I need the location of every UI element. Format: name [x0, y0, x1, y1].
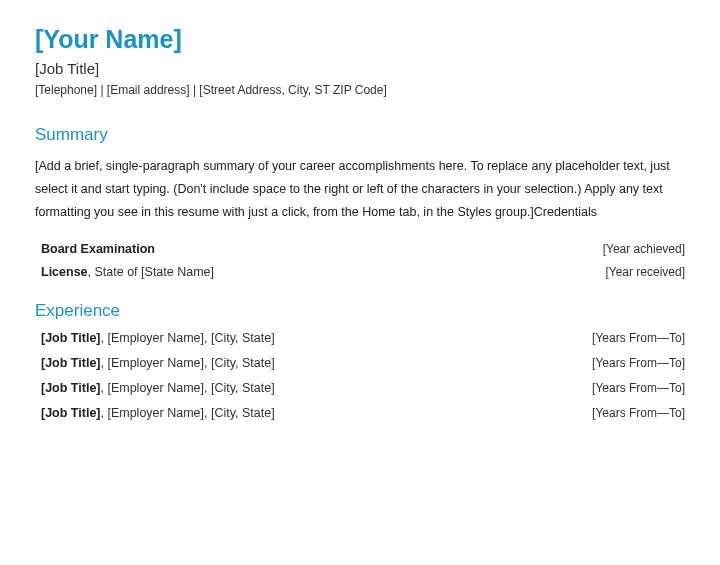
- summary-text: [Add a brief, single-paragraph summary o…: [35, 155, 685, 224]
- summary-heading: Summary: [35, 125, 685, 145]
- experience-row: [Job Title], [Employer Name], [City, Sta…: [35, 381, 685, 395]
- separator: |: [190, 83, 200, 97]
- credential-left: Board Examination: [41, 242, 155, 256]
- experience-left: [Job Title], [Employer Name], [City, Sta…: [41, 331, 275, 345]
- address: [Street Address, City, ST ZIP Code]: [199, 83, 386, 97]
- experience-title: [Job Title]: [41, 381, 101, 395]
- experience-rest: , [Employer Name], [City, State]: [101, 406, 275, 420]
- experience-title: [Job Title]: [41, 331, 101, 345]
- experience-heading: Experience: [35, 301, 685, 321]
- telephone: [Telephone]: [35, 83, 97, 97]
- credential-year: [Year achieved]: [603, 242, 685, 256]
- separator: |: [97, 83, 107, 97]
- experience-block: [Job Title], [Employer Name], [City, Sta…: [35, 331, 685, 420]
- credential-year: [Year received]: [605, 265, 685, 279]
- experience-row: [Job Title], [Employer Name], [City, Sta…: [35, 331, 685, 345]
- experience-years: [Years From—To]: [592, 406, 685, 420]
- credential-title: Board Examination: [41, 242, 155, 256]
- experience-left: [Job Title], [Employer Name], [City, Sta…: [41, 406, 275, 420]
- credential-row: Board Examination [Year achieved]: [35, 242, 685, 256]
- experience-years: [Years From—To]: [592, 331, 685, 345]
- experience-rest: , [Employer Name], [City, State]: [101, 331, 275, 345]
- experience-left: [Job Title], [Employer Name], [City, Sta…: [41, 381, 275, 395]
- job-title: [Job Title]: [35, 60, 685, 77]
- credential-rest: , State of [State Name]: [88, 265, 214, 279]
- experience-row: [Job Title], [Employer Name], [City, Sta…: [35, 356, 685, 370]
- experience-row: [Job Title], [Employer Name], [City, Sta…: [35, 406, 685, 420]
- contact-line: [Telephone] | [Email address] | [Street …: [35, 83, 685, 97]
- experience-years: [Years From—To]: [592, 356, 685, 370]
- credential-row: License, State of [State Name] [Year rec…: [35, 265, 685, 279]
- credential-title: License: [41, 265, 88, 279]
- experience-left: [Job Title], [Employer Name], [City, Sta…: [41, 356, 275, 370]
- experience-years: [Years From—To]: [592, 381, 685, 395]
- experience-title: [Job Title]: [41, 406, 101, 420]
- credential-left: License, State of [State Name]: [41, 265, 214, 279]
- experience-title: [Job Title]: [41, 356, 101, 370]
- experience-rest: , [Employer Name], [City, State]: [101, 381, 275, 395]
- email: [Email address]: [107, 83, 190, 97]
- credentials-block: Board Examination [Year achieved] Licens…: [35, 242, 685, 279]
- name-heading: [Your Name]: [35, 25, 685, 54]
- experience-rest: , [Employer Name], [City, State]: [101, 356, 275, 370]
